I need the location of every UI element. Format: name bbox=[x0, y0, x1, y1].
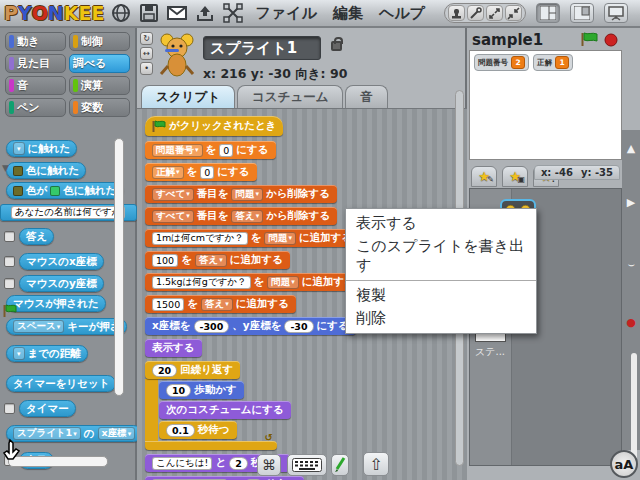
scroll-up-icon[interactable]: ▲ bbox=[624, 142, 638, 155]
palette-block[interactable]: スペースキーが押さ bbox=[6, 318, 127, 335]
context-menu-item[interactable]: 複製 bbox=[346, 284, 536, 307]
script-block[interactable]: 正解を0にする bbox=[145, 163, 257, 181]
palette-block[interactable]: タイマー bbox=[19, 400, 76, 417]
input-value: 0 bbox=[219, 144, 233, 157]
save-icon[interactable] bbox=[138, 3, 160, 23]
dropdown bbox=[13, 142, 25, 155]
pen-button[interactable] bbox=[331, 454, 349, 476]
sprite-name-field[interactable]: スプライト1 bbox=[203, 36, 321, 60]
script-block[interactable]: 1500を答えに追加する bbox=[145, 295, 296, 313]
palette-block[interactable]: マウスが押された bbox=[6, 295, 106, 312]
palette-block[interactable]: マウスのy座標 bbox=[19, 275, 104, 292]
script-block[interactable]: 10歩動かす bbox=[159, 381, 244, 399]
context-menu-item[interactable]: 削除 bbox=[346, 307, 536, 330]
import-sprite-button[interactable]: ★▣ bbox=[502, 166, 528, 187]
dropdown: すべて bbox=[152, 210, 194, 223]
stage[interactable]: 問題番号2正解1 bbox=[469, 50, 622, 160]
command-key-button[interactable]: ⌘ bbox=[257, 454, 281, 476]
context-menu-item[interactable]: 表示する bbox=[346, 212, 536, 235]
green-flag-icon bbox=[152, 120, 166, 133]
watcher-value: 1 bbox=[555, 56, 569, 69]
mail-icon[interactable] bbox=[166, 3, 188, 23]
script-block[interactable]: 単位の問題ですと2秒言う bbox=[145, 476, 304, 480]
watcher-value: 2 bbox=[511, 56, 525, 69]
script-block[interactable]: 20回繰り返す bbox=[145, 361, 240, 379]
context-menu-item[interactable]: このスプライトを書き出す bbox=[346, 235, 536, 277]
palette-block[interactable]: 色に触れた bbox=[6, 162, 86, 179]
script-block[interactable]: 0.1秒待つ bbox=[159, 421, 237, 439]
rotate-style-flip-icon[interactable]: ↔ bbox=[140, 47, 153, 60]
script-block[interactable]: 1mは何cmですか？を問題に追加する bbox=[145, 229, 359, 247]
globe-icon[interactable] bbox=[110, 3, 132, 23]
palette-block[interactable]: に触れた bbox=[6, 140, 77, 157]
script-block[interactable]: 表示する bbox=[145, 339, 202, 357]
menu-edit[interactable]: 編集 bbox=[328, 4, 368, 23]
dropdown: 問題 bbox=[267, 276, 299, 289]
color-swatch bbox=[13, 166, 23, 176]
script-block[interactable]: 1.5kgは何gですか？を問題に追加する bbox=[145, 273, 362, 291]
network-icon[interactable] bbox=[222, 3, 244, 23]
keyboard-button[interactable] bbox=[287, 454, 327, 476]
variable-watcher[interactable]: 問題番号2 bbox=[474, 54, 529, 71]
script-block[interactable]: 100を答えに追加する bbox=[145, 251, 290, 269]
palette-block[interactable]: 色が色に触れた bbox=[6, 182, 124, 199]
menu-file[interactable]: ファイル bbox=[250, 4, 321, 23]
stray-flag-icon bbox=[3, 304, 17, 318]
script-block[interactable]: すべて番目を答えから削除する bbox=[145, 207, 337, 225]
export-icon[interactable] bbox=[194, 3, 216, 23]
palette-block[interactable]: スプライト1のx座標 bbox=[6, 425, 142, 442]
sprite-context-menu: 表示するこのスプライトを書き出す複製削除 bbox=[345, 208, 537, 334]
script-block[interactable]: ↺ bbox=[145, 441, 277, 450]
presentation-view-button[interactable] bbox=[604, 3, 628, 23]
hand-cursor-icon bbox=[0, 438, 26, 468]
tab-コスチューム[interactable]: コスチューム bbox=[237, 85, 343, 108]
menubar: PYONKEE ファイル 編集 ヘルプ bbox=[0, 0, 640, 28]
input-value: 100 bbox=[152, 254, 178, 267]
script-block[interactable]: x座標を-300、y座標を-30にする bbox=[145, 317, 356, 335]
paint-new-sprite-button[interactable]: ★✎ bbox=[471, 166, 497, 187]
number-value: 20 bbox=[152, 364, 177, 377]
palette-vertical-scrollbar[interactable] bbox=[114, 138, 124, 396]
stamp-icon[interactable] bbox=[448, 5, 465, 21]
side-control-strip: ▲ ▶ ⌣ ● bbox=[622, 130, 640, 450]
lock-icon[interactable] bbox=[331, 41, 342, 51]
tab-音[interactable]: 音 bbox=[345, 85, 388, 108]
dropdown: 問題 bbox=[264, 232, 296, 245]
record-dot-icon[interactable]: ● bbox=[624, 316, 638, 329]
palette-block[interactable]: 答え bbox=[19, 228, 54, 245]
rotate-style-free-icon[interactable]: ↻ bbox=[140, 32, 153, 45]
scroll-right-icon[interactable]: ▶ bbox=[624, 196, 638, 209]
wand-icon[interactable] bbox=[467, 5, 484, 21]
mouse-readout: x: -46y: -35 bbox=[534, 165, 620, 180]
scroll-up-button[interactable]: ⇧ bbox=[363, 452, 389, 476]
script-block[interactable]: すべて番目を問題から削除する bbox=[145, 185, 337, 203]
watcher-checkbox[interactable] bbox=[4, 231, 15, 242]
script-block[interactable]: 次のコスチュームにする bbox=[159, 401, 291, 419]
green-flag-button[interactable] bbox=[581, 32, 598, 47]
small-stage-view-button[interactable] bbox=[536, 3, 560, 23]
palette-block[interactable]: マウスのx座標 bbox=[19, 253, 104, 270]
watcher-checkbox[interactable] bbox=[4, 256, 15, 267]
watcher-checkbox[interactable] bbox=[4, 278, 15, 289]
tab-スクリプト[interactable]: スクリプト bbox=[141, 85, 235, 108]
menu-help[interactable]: ヘルプ bbox=[374, 4, 430, 23]
side-scrollbar[interactable] bbox=[631, 353, 637, 461]
watcher-label: 正解 bbox=[537, 58, 552, 68]
script-block[interactable]: 問題番号を0にする bbox=[145, 141, 276, 159]
shrink-icon[interactable] bbox=[505, 5, 522, 21]
normal-stage-view-button[interactable] bbox=[570, 3, 594, 23]
input-value: 1.5kgは何gですか？ bbox=[152, 276, 251, 289]
logo-letter: P bbox=[4, 2, 18, 24]
palette-block[interactable]: までの距離 bbox=[6, 345, 88, 362]
grow-icon[interactable] bbox=[486, 5, 503, 21]
stop-button[interactable] bbox=[604, 33, 618, 47]
bracket-icon[interactable]: ⌣ bbox=[624, 258, 638, 271]
palette-block[interactable]: タイマーをリセット bbox=[6, 375, 116, 392]
rotate-style-none-icon[interactable]: • bbox=[140, 62, 153, 75]
sprite-coordinates: x: 216 y: -30 向き: 90 bbox=[203, 66, 347, 83]
font-size-button[interactable]: aA bbox=[610, 450, 638, 478]
logo-letter: K bbox=[64, 2, 79, 24]
watcher-checkbox[interactable] bbox=[4, 403, 15, 414]
variable-watcher[interactable]: 正解1 bbox=[533, 54, 573, 71]
script-block[interactable]: がクリックされたとき bbox=[145, 116, 283, 136]
